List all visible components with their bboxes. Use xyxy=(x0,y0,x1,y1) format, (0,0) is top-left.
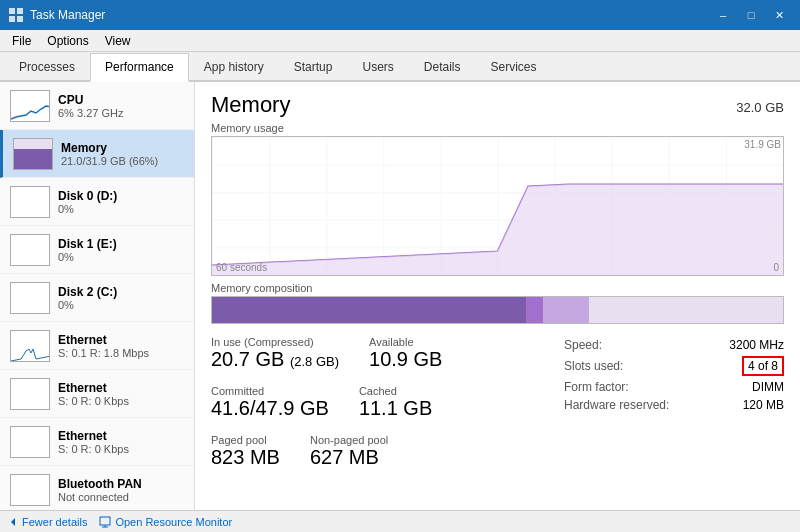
bt-label: Bluetooth PAN xyxy=(58,477,184,491)
formfactor-row: Form factor: DIMM xyxy=(564,378,784,396)
composition-label: Memory composition xyxy=(211,282,784,294)
tab-processes[interactable]: Processes xyxy=(4,53,90,80)
nonpaged-pool-label: Non-paged pool xyxy=(310,434,388,446)
svg-rect-12 xyxy=(11,427,50,458)
eth2-mini-graph xyxy=(10,426,50,458)
eth2-info: Ethernet S: 0 R: 0 Kbps xyxy=(58,429,184,455)
open-resource-monitor-item[interactable]: Open Resource Monitor xyxy=(99,516,232,528)
cpu-info: CPU 6% 3.27 GHz xyxy=(58,93,184,119)
open-resource-monitor-label: Open Resource Monitor xyxy=(115,516,232,528)
tab-performance[interactable]: Performance xyxy=(90,53,189,82)
svg-rect-8 xyxy=(11,235,50,266)
disk1-mini-graph xyxy=(10,234,50,266)
svg-rect-13 xyxy=(11,475,50,506)
sidebar: CPU 6% 3.27 GHz Memory 21.0/31.9 GB (66%… xyxy=(0,82,195,532)
svg-rect-2 xyxy=(9,16,15,22)
content-title: Memory xyxy=(211,92,290,118)
menu-view[interactable]: View xyxy=(97,32,139,50)
sidebar-item-disk2[interactable]: Disk 2 (C:) 0% xyxy=(0,274,194,322)
memory-usage-section: Memory usage 31.9 GB 60 seconds 0 xyxy=(211,122,784,276)
eth1-info: Ethernet S: 0 R: 0 Kbps xyxy=(58,381,184,407)
stat-available: Available 10.9 GB xyxy=(369,336,442,371)
hwreserved-value: 120 MB xyxy=(743,398,784,412)
stats-row2: Committed 41.6/47.9 GB Cached 11.1 GB xyxy=(211,385,564,428)
maximize-button[interactable]: □ xyxy=(738,5,764,25)
slots-row: Slots used: 4 of 8 xyxy=(564,354,784,378)
cached-value: 11.1 GB xyxy=(359,397,432,420)
bottom-bar: Fewer details Open Resource Monitor xyxy=(0,510,800,532)
tab-startup[interactable]: Startup xyxy=(279,53,348,80)
taskmanager-icon xyxy=(8,7,24,23)
tab-app-history[interactable]: App history xyxy=(189,53,279,80)
memory-mini-graph xyxy=(13,138,53,170)
eth1-mini-graph xyxy=(10,378,50,410)
stat-paged-pool: Paged pool 823 MB xyxy=(211,434,280,469)
stat-in-use: In use (Compressed) 20.7 GB (2.8 GB) xyxy=(211,336,339,371)
tab-details[interactable]: Details xyxy=(409,53,476,80)
nonpaged-pool-value: 627 MB xyxy=(310,446,388,469)
chevron-left-icon xyxy=(8,517,18,527)
available-label: Available xyxy=(369,336,442,348)
stats-left: In use (Compressed) 20.7 GB (2.8 GB) Ava… xyxy=(211,336,564,477)
sidebar-item-disk1[interactable]: Disk 1 (E:) 0% xyxy=(0,226,194,274)
menu-file[interactable]: File xyxy=(4,32,39,50)
stat-nonpaged-pool: Non-paged pool 627 MB xyxy=(310,434,388,469)
hwreserved-row: Hardware reserved: 120 MB xyxy=(564,396,784,414)
sidebar-item-memory[interactable]: Memory 21.0/31.9 GB (66%) xyxy=(0,130,194,178)
eth0-label: Ethernet xyxy=(58,333,184,347)
disk2-label: Disk 2 (C:) xyxy=(58,285,184,299)
sidebar-item-eth0[interactable]: Ethernet S: 0.1 R: 1.8 Mbps xyxy=(0,322,194,370)
title-bar-left: Task Manager xyxy=(8,7,105,23)
sidebar-item-eth1[interactable]: Ethernet S: 0 R: 0 Kbps xyxy=(0,370,194,418)
eth0-info: Ethernet S: 0.1 R: 1.8 Mbps xyxy=(58,333,184,359)
svg-rect-19 xyxy=(100,517,110,525)
sidebar-item-cpu[interactable]: CPU 6% 3.27 GHz xyxy=(0,82,194,130)
formfactor-label: Form factor: xyxy=(564,380,684,394)
disk0-label: Disk 0 (D:) xyxy=(58,189,184,203)
disk2-sublabel: 0% xyxy=(58,299,184,311)
sidebar-item-eth2[interactable]: Ethernet S: 0 R: 0 Kbps xyxy=(0,418,194,466)
tab-users[interactable]: Users xyxy=(347,53,408,80)
svg-rect-1 xyxy=(17,8,23,14)
fewer-details-item[interactable]: Fewer details xyxy=(8,516,87,528)
committed-label: Committed xyxy=(211,385,329,397)
cpu-sublabel: 6% 3.27 GHz xyxy=(58,107,184,119)
committed-value: 41.6/47.9 GB xyxy=(211,397,329,420)
cached-label: Cached xyxy=(359,385,432,397)
monitor-icon xyxy=(99,516,111,528)
speed-row: Speed: 3200 MHz xyxy=(564,336,784,354)
comp-modified xyxy=(526,297,543,323)
tab-bar: Processes Performance App history Startu… xyxy=(0,52,800,82)
stat-committed: Committed 41.6/47.9 GB xyxy=(211,385,329,420)
svg-rect-0 xyxy=(9,8,15,14)
bt-sublabel: Not connected xyxy=(58,491,184,503)
minimize-button[interactable]: – xyxy=(710,5,736,25)
stats-row1: In use (Compressed) 20.7 GB (2.8 GB) Ava… xyxy=(211,336,564,379)
eth2-sublabel: S: 0 R: 0 Kbps xyxy=(58,443,184,455)
disk1-info: Disk 1 (E:) 0% xyxy=(58,237,184,263)
disk1-sublabel: 0% xyxy=(58,251,184,263)
memory-label: Memory xyxy=(61,141,184,155)
comp-free xyxy=(589,297,783,323)
formfactor-value: DIMM xyxy=(752,380,784,394)
bt-info: Bluetooth PAN Not connected xyxy=(58,477,184,503)
svg-marker-18 xyxy=(11,518,15,526)
available-value: 10.9 GB xyxy=(369,348,442,371)
svg-rect-7 xyxy=(11,187,50,218)
content-area: Memory 32.0 GB Memory usage xyxy=(195,82,800,532)
chart-axis-zero: 0 xyxy=(773,262,779,273)
tab-services[interactable]: Services xyxy=(476,53,552,80)
svg-rect-6 xyxy=(14,149,53,170)
title-bar-controls: – □ ✕ xyxy=(710,5,792,25)
paged-pool-label: Paged pool xyxy=(211,434,280,446)
in-use-label: In use (Compressed) xyxy=(211,336,339,348)
memory-usage-chart: 31.9 GB 60 seconds 0 xyxy=(211,136,784,276)
close-button[interactable]: ✕ xyxy=(766,5,792,25)
chart-axis-time: 60 seconds xyxy=(216,262,267,273)
sidebar-item-disk0[interactable]: Disk 0 (D:) 0% xyxy=(0,178,194,226)
menu-options[interactable]: Options xyxy=(39,32,96,50)
comp-standby xyxy=(543,297,589,323)
chart-axis-max: 31.9 GB xyxy=(744,139,781,150)
sidebar-item-bt[interactable]: Bluetooth PAN Not connected xyxy=(0,466,194,514)
disk0-mini-graph xyxy=(10,186,50,218)
